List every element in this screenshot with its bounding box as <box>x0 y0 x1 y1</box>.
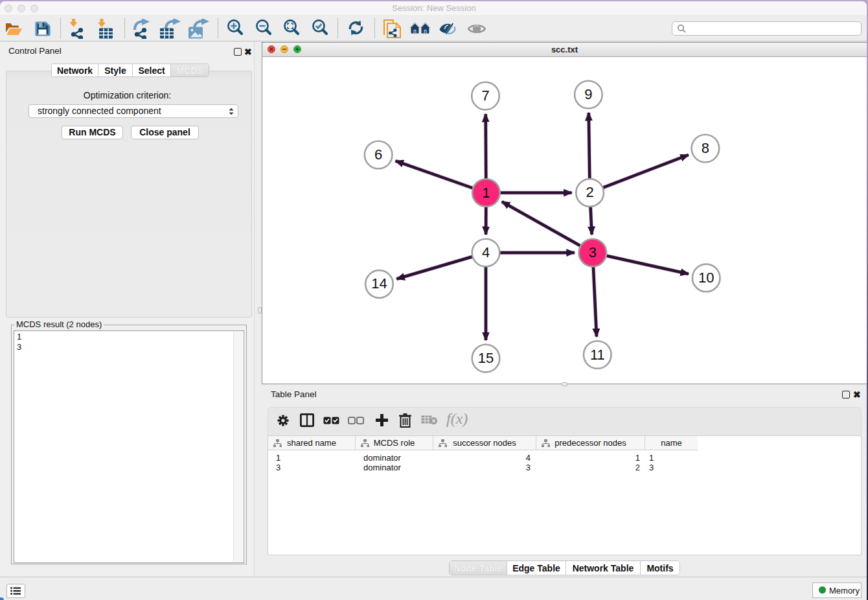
svg-text:1: 1 <box>482 185 490 201</box>
svg-text:15: 15 <box>478 350 494 366</box>
svg-text:11: 11 <box>590 347 605 363</box>
svg-text:14: 14 <box>371 275 387 292</box>
svg-text:10: 10 <box>698 270 714 286</box>
svg-text:9: 9 <box>584 86 592 102</box>
svg-text:3: 3 <box>589 244 597 260</box>
svg-text:4: 4 <box>482 244 490 260</box>
svg-text:7: 7 <box>481 87 489 104</box>
svg-text:8: 8 <box>702 140 709 156</box>
svg-text:2: 2 <box>586 184 593 200</box>
svg-text:6: 6 <box>374 146 382 163</box>
